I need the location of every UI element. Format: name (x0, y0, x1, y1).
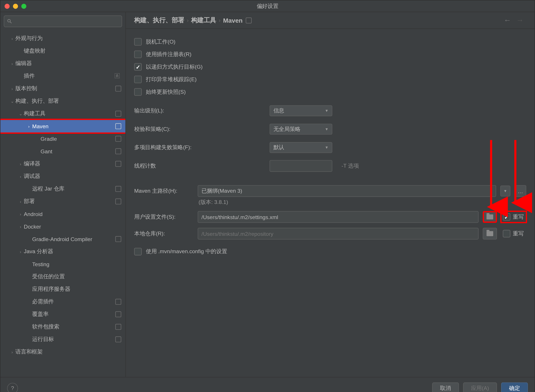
sidebar-item-20[interactable]: 应用程序服务器 (0, 283, 126, 295)
search-input[interactable] (4, 15, 122, 27)
sidebar-item-16[interactable]: Gradle-Android Compiler (0, 233, 126, 245)
minimize-window-button[interactable] (13, 4, 18, 9)
update-snapshot-checkbox[interactable] (134, 88, 142, 96)
sidebar-item-0[interactable]: ›外观与行为 (0, 32, 126, 45)
settings-sidebar: ›外观与行为键盘映射›编辑器插件🇦›版本控制⌄构建、执行、部署⌄构建工具›Mav… (0, 12, 126, 377)
sidebar-item-label: Java 分析器 (24, 248, 121, 255)
close-window-button[interactable] (5, 4, 10, 9)
sidebar-item-2[interactable]: ›编辑器 (0, 57, 126, 70)
breadcrumb: 构建、执行、部署 › 构建工具 › Maven ← → (126, 12, 535, 29)
breadcrumb-2[interactable]: 构建工具 (191, 16, 216, 24)
maven-version-label: (版本: 3.8.1) (199, 199, 526, 206)
nav-forward-icon: → (514, 16, 526, 25)
sidebar-item-label: Gant (41, 148, 115, 155)
local-repo-label: 本地仓库(R): (134, 230, 194, 237)
sidebar-item-17[interactable]: ›Java 分析器 (0, 245, 126, 258)
sidebar-item-24[interactable]: 运行目标 (0, 333, 126, 345)
sidebar-item-12[interactable]: 远程 Jar 仓库 (0, 182, 126, 195)
offline-checkbox[interactable] (134, 38, 142, 46)
override-label-2: 重写 (513, 230, 524, 237)
sidebar-item-label: Gradle-Android Compiler (32, 236, 115, 243)
sidebar-item-4[interactable]: ›版本控制 (0, 82, 126, 95)
sidebar-item-13[interactable]: ›部署 (0, 195, 126, 208)
settings-tree[interactable]: ›外观与行为键盘映射›编辑器插件🇦›版本控制⌄构建、执行、部署⌄构建工具›Mav… (0, 31, 126, 377)
plugin-registry-label: 使用插件注册表(R) (146, 51, 191, 58)
user-settings-browse-button[interactable] (483, 211, 497, 223)
nav-back-icon[interactable]: ← (501, 16, 514, 25)
output-level-select[interactable]: 信息▼ (270, 105, 332, 116)
ok-button[interactable]: 确定 (501, 382, 528, 392)
sidebar-item-21[interactable]: 必需插件 (0, 295, 126, 308)
language-icon: 🇦 (115, 73, 120, 79)
print-stack-checkbox[interactable] (134, 76, 142, 83)
use-mvn-config-checkbox[interactable] (134, 248, 142, 255)
sidebar-item-5[interactable]: ⌄构建、执行、部署 (0, 95, 126, 107)
sidebar-item-label: Testing (32, 261, 121, 267)
project-badge-icon (115, 136, 121, 142)
offline-label: 脱机工作(O) (146, 38, 175, 46)
maven-home-browse-button[interactable]: … (515, 185, 526, 197)
chevron-icon: › (17, 161, 24, 166)
project-badge-icon (115, 111, 121, 117)
help-button[interactable]: ? (7, 383, 18, 392)
sidebar-item-3[interactable]: 插件🇦 (0, 70, 126, 82)
sidebar-item-label: 版本控制 (15, 85, 115, 92)
user-settings-override-checkbox[interactable] (503, 213, 510, 221)
sidebar-item-23[interactable]: 软件包搜索 (0, 321, 126, 333)
sidebar-item-11[interactable]: ›调试器 (0, 170, 126, 182)
sidebar-item-label: 外观与行为 (15, 35, 121, 42)
sidebar-item-15[interactable]: ›Docker (0, 220, 126, 233)
sidebar-item-8[interactable]: Gradle (0, 132, 126, 145)
plugin-registry-checkbox[interactable] (134, 51, 142, 58)
project-badge-icon (115, 236, 121, 242)
use-mvn-config-label: 使用 .mvn/maven.config 中的设置 (146, 248, 227, 255)
sidebar-item-label: 受信任的位置 (32, 273, 121, 280)
cancel-button[interactable]: 取消 (432, 382, 459, 392)
project-badge-icon (115, 324, 121, 330)
folder-icon (487, 215, 493, 219)
recursive-checkbox[interactable] (134, 63, 142, 71)
chevron-icon: › (17, 174, 24, 179)
project-badge-icon (115, 312, 121, 317)
threads-label: 线程计数 (134, 162, 189, 170)
local-repo-browse-button[interactable] (483, 228, 497, 240)
window-title: 偏好设置 (257, 2, 279, 10)
sidebar-item-19[interactable]: 受信任的位置 (0, 270, 126, 283)
checksum-select[interactable]: 无全局策略▼ (270, 124, 332, 134)
local-repo-input[interactable]: /Users/thinkstu/.m2/repository (198, 228, 479, 240)
multi-fail-select[interactable]: 默认▼ (270, 142, 332, 153)
sidebar-item-label: 编辑器 (15, 60, 121, 67)
maven-home-dropdown[interactable]: ▼ (500, 186, 510, 196)
threads-input[interactable] (270, 160, 332, 172)
apply-button[interactable]: 应用(A) (463, 382, 497, 392)
sidebar-item-14[interactable]: ›Android (0, 208, 126, 220)
update-snapshot-label: 始终更新快照(S) (146, 88, 186, 96)
maven-home-label: Maven 主路径(H): (134, 187, 194, 195)
sidebar-item-25[interactable]: ›语言和框架 (0, 345, 126, 358)
maven-home-select[interactable]: 已捆绑(Maven 3) (198, 185, 496, 197)
sidebar-item-18[interactable]: Testing (0, 258, 126, 270)
project-badge-icon (115, 123, 121, 129)
sidebar-item-7[interactable]: ›Maven (0, 120, 126, 132)
chevron-icon: › (17, 212, 24, 216)
sidebar-item-label: 插件 (24, 72, 114, 80)
multi-fail-label: 多项目构建失败策略(F): (134, 144, 201, 151)
dialog-footer: ? 取消 应用(A) 确定 (0, 377, 535, 392)
sidebar-item-label: 编译器 (24, 160, 115, 168)
sidebar-item-1[interactable]: 键盘映射 (0, 45, 126, 57)
sidebar-item-22[interactable]: 覆盖率 (0, 308, 126, 321)
output-level-label: 输出级别(L): (134, 107, 189, 114)
breadcrumb-1[interactable]: 构建、执行、部署 (134, 16, 184, 24)
sidebar-item-6[interactable]: ⌄构建工具 (0, 107, 126, 120)
sidebar-item-9[interactable]: Gant (0, 145, 126, 158)
sidebar-item-label: 软件包搜索 (32, 323, 115, 331)
sidebar-item-label: 远程 Jar 仓库 (32, 185, 115, 193)
chevron-icon: ⌄ (17, 111, 24, 116)
sidebar-item-10[interactable]: ›编译器 (0, 158, 126, 170)
sidebar-item-label: Maven (32, 123, 115, 130)
sidebar-item-label: 必需插件 (32, 298, 115, 306)
maximize-window-button[interactable] (21, 4, 26, 9)
chevron-icon: › (17, 224, 24, 229)
local-repo-override-checkbox[interactable] (503, 230, 510, 237)
user-settings-input[interactable]: /Users/thinkstu/.m2/settings.xml (198, 211, 479, 223)
